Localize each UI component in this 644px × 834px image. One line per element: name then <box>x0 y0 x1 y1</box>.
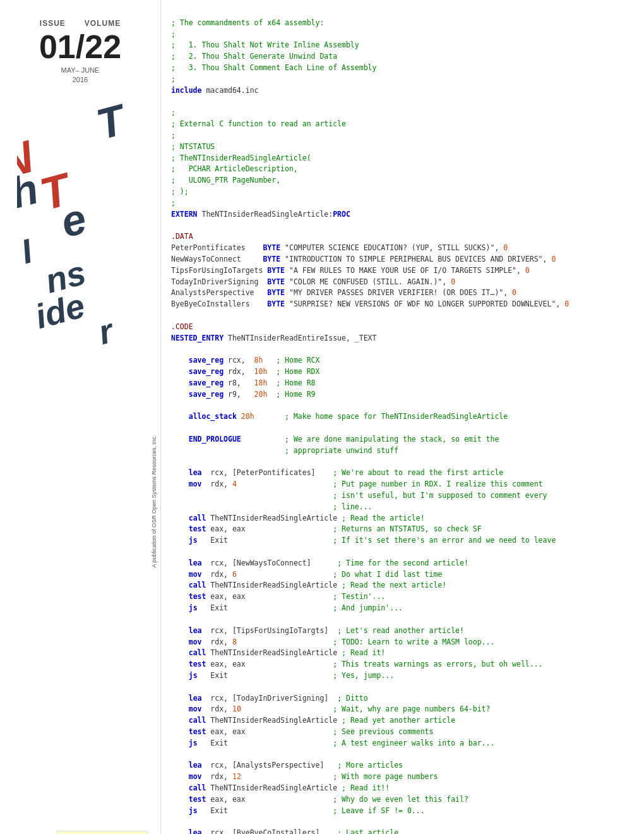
big-date: 01/22 <box>39 30 121 63</box>
issue-volume-labels: ISSUE VOLUME <box>40 19 121 28</box>
nt-insider-logo: T h e N T I ns ide r <box>17 98 143 363</box>
sub-date: MAY– JUNE2016 <box>61 66 100 85</box>
svg-text:I: I <box>17 231 37 270</box>
svg-text:T: T <box>35 162 78 219</box>
svg-text:T: T <box>92 98 133 148</box>
code-content: ; The commandments of x64 assembly: ; ; … <box>171 6 634 834</box>
issue-label: ISSUE <box>40 19 66 28</box>
sidebar: ISSUE VOLUME 01/22 MAY– JUNE2016 T h e N… <box>0 0 161 834</box>
inside-box: Inside: OSR Training Blog Updates Semina… <box>56 831 148 835</box>
svg-text:r: r <box>94 311 119 351</box>
volume-label: VOLUME <box>85 19 121 28</box>
main-content: ; The commandments of x64 assembly: ; ; … <box>161 0 644 834</box>
sidebar-vertical-text: A publication of OSR Open Systems Resour… <box>148 0 160 834</box>
svg-text:ide: ide <box>31 286 88 335</box>
svg-text:N: N <box>17 130 40 188</box>
